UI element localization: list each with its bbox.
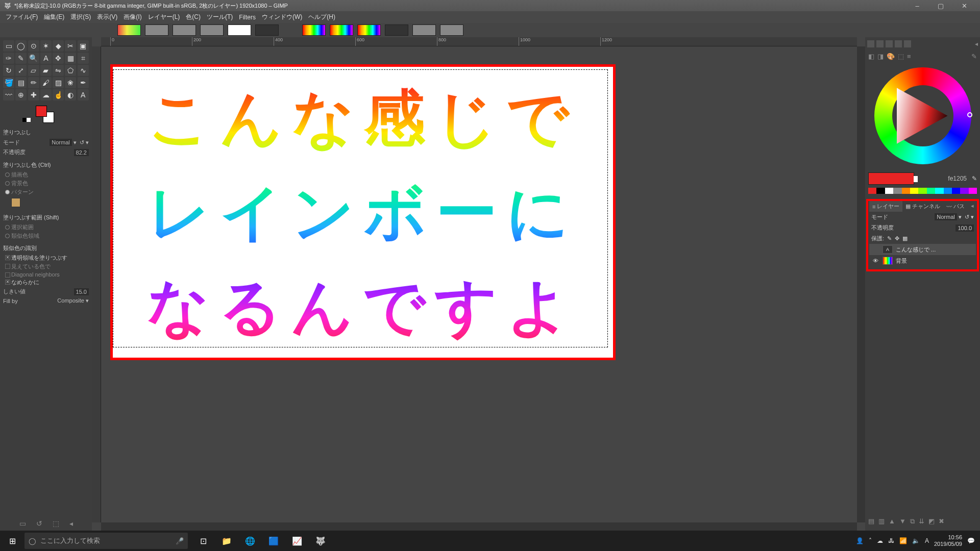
default-colors-icon[interactable] <box>22 118 31 122</box>
radio-bg[interactable]: 背景色 <box>3 179 89 188</box>
move-tool[interactable]: ✥ <box>53 53 64 64</box>
color-triangle[interactable] <box>897 88 948 144</box>
minimize-button[interactable]: – <box>905 2 929 10</box>
picker-icon[interactable]: ✎ <box>971 53 977 60</box>
mode-select[interactable]: Normal <box>50 139 71 146</box>
layer-mode-select[interactable]: Normal <box>935 213 957 220</box>
radio-pattern[interactable]: パターン <box>3 188 89 196</box>
opacity-value[interactable]: 82.2 <box>74 149 89 156</box>
tab-icon[interactable]: ▭ <box>19 519 26 528</box>
tray-wifi-icon[interactable]: 📶 <box>899 537 907 544</box>
warp-tool[interactable]: ∿ <box>78 65 89 76</box>
current-color-swatch[interactable] <box>868 172 914 185</box>
menu-edit[interactable]: 編集(E) <box>41 13 67 21</box>
dock-tab-icon[interactable] <box>867 40 874 47</box>
text-tool[interactable]: A <box>78 89 89 101</box>
menu-select[interactable]: 選択(S) <box>67 13 94 21</box>
ink-tool[interactable]: ✒ <box>78 77 89 88</box>
radio-sel[interactable]: 選択範囲 <box>3 223 89 232</box>
heal-tool[interactable]: ✚ <box>28 89 39 101</box>
layer-item[interactable]: A こんな感じで ... <box>869 244 976 255</box>
action-center-icon[interactable]: 💬 <box>967 537 975 544</box>
flip-tool[interactable]: ⇋ <box>53 65 64 76</box>
picker-icon[interactable]: 🎨 <box>887 53 895 60</box>
cage-tool[interactable]: ⬠ <box>65 65 76 76</box>
preset-swatch[interactable] <box>173 24 196 36</box>
chk-visible[interactable]: 見えている色で <box>3 262 89 271</box>
tray-cloud-icon[interactable]: ☁ <box>877 537 883 544</box>
tab-icon[interactable]: ⬚ <box>53 519 59 528</box>
merge-layer-icon[interactable]: ⇊ <box>919 517 924 525</box>
picker-icon[interactable]: ◨ <box>877 53 884 60</box>
tray-people-icon[interactable]: 👤 <box>856 537 864 544</box>
lock-alpha-icon[interactable]: ▩ <box>902 235 908 242</box>
chk-trans[interactable]: 透明領域を塗りつぶす <box>3 254 89 262</box>
menu-view[interactable]: 表示(V) <box>94 13 120 21</box>
visibility-toggle[interactable]: 👁 <box>871 258 879 264</box>
preset-swatch[interactable] <box>412 24 436 36</box>
menu-file[interactable]: ファイル(F) <box>3 13 41 21</box>
app-icon[interactable]: 📈 <box>286 531 308 551</box>
foreground-color[interactable] <box>36 106 47 117</box>
color-palette[interactable] <box>868 188 977 194</box>
layer-group-icon[interactable]: ▥ <box>878 517 885 525</box>
lock-position-icon[interactable]: ✥ <box>895 235 899 242</box>
canvas[interactable]: こんな感じで レインボーに なるんですよ <box>101 46 857 522</box>
color-picker-tool[interactable]: ✎ <box>15 53 27 64</box>
dock-tab-icon[interactable] <box>895 40 902 47</box>
align-tool[interactable]: ▦ <box>65 53 76 64</box>
wheel-handle-icon[interactable] <box>967 112 972 117</box>
maximize-button[interactable]: ▢ <box>929 2 952 10</box>
preset-swatch[interactable] <box>117 24 141 36</box>
rotate-tool[interactable]: ↻ <box>3 65 14 76</box>
preset-swatch[interactable] <box>200 24 224 36</box>
layer-item[interactable]: 👁 背景 <box>869 255 976 266</box>
measure-tool[interactable]: A <box>40 53 52 64</box>
chk-diag[interactable]: Diagonal neighbors <box>3 271 89 278</box>
bucket-fill-tool[interactable]: 🪣 <box>3 77 14 88</box>
mypaint-tool[interactable]: 〰 <box>3 89 14 101</box>
app-icon[interactable]: 🟦 <box>262 531 285 551</box>
tray-network-icon[interactable]: 🖧 <box>888 537 894 544</box>
preset-swatch[interactable] <box>255 24 279 36</box>
eyedropper-icon[interactable]: ✎ <box>972 175 977 182</box>
lock-pixels-icon[interactable]: ✎ <box>887 235 892 242</box>
pencil-tool[interactable]: ✏ <box>28 77 39 88</box>
layer-opacity-value[interactable]: 100.0 <box>955 224 974 232</box>
scale-tool[interactable]: ⤢ <box>15 65 27 76</box>
dock-menu-icon[interactable]: ◂ <box>975 40 978 47</box>
scrollbar-vertical[interactable] <box>857 46 865 522</box>
scissors-tool[interactable]: ✂ <box>65 40 76 52</box>
bycolor-select-tool[interactable]: ◆ <box>53 40 64 52</box>
preset-swatch[interactable] <box>440 24 463 36</box>
dock-tab-icon[interactable] <box>904 40 911 47</box>
delete-layer-icon[interactable]: ✖ <box>939 517 944 525</box>
menu-layer[interactable]: レイヤー(L) <box>145 13 183 21</box>
start-button[interactable]: ⊞ <box>0 536 24 546</box>
tab-icon[interactable]: ◂ <box>69 519 73 528</box>
lower-layer-icon[interactable]: ▼ <box>899 517 906 525</box>
dock-tab-icon[interactable] <box>886 40 893 47</box>
chrome-icon[interactable]: 🌐 <box>239 531 261 551</box>
preset-swatch[interactable] <box>302 24 326 36</box>
paths-tool[interactable]: ✑ <box>3 53 14 64</box>
radio-similar[interactable]: 類似色領域 <box>3 232 89 240</box>
color-wheel[interactable] <box>865 62 980 169</box>
mask-icon[interactable]: ◩ <box>928 517 935 525</box>
tab-icon[interactable]: ↺ <box>36 519 42 528</box>
foreground-select-tool[interactable]: ▣ <box>78 40 89 52</box>
airbrush-tool[interactable]: ❀ <box>65 77 76 88</box>
menu-help[interactable]: ヘルプ(H) <box>305 13 338 21</box>
radio-fg[interactable]: 描画色 <box>3 170 89 179</box>
dock-menu-icon[interactable]: ◂ <box>969 201 976 212</box>
picker-icon[interactable]: ◧ <box>868 53 874 60</box>
tray-volume-icon[interactable]: 🔈 <box>912 537 920 544</box>
free-select-tool[interactable]: ⊙ <box>28 40 39 52</box>
gimp-taskbar-icon[interactable]: 🐺 <box>309 531 332 551</box>
crop-tool[interactable]: ⌗ <box>78 53 89 64</box>
new-layer-icon[interactable]: ▤ <box>868 517 874 525</box>
taskbar-search[interactable]: ◯ ここに入力して検索 🎤 <box>24 533 188 549</box>
tray-ime-icon[interactable]: A <box>925 537 929 544</box>
preset-swatch[interactable] <box>357 24 381 36</box>
tray-up-icon[interactable]: ˄ <box>869 537 872 544</box>
